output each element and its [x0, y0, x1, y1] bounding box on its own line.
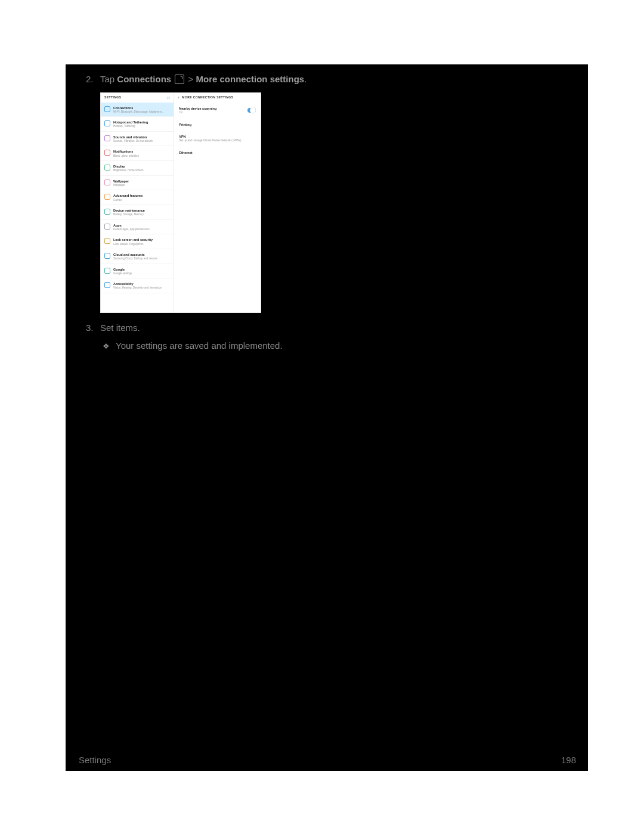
detail-item: Ethernet — [174, 147, 261, 159]
settings-item-title: Display — [113, 164, 144, 169]
connections-icon — [175, 75, 184, 84]
back-icon: ‹ — [178, 94, 179, 101]
settings-item-icon — [104, 150, 110, 156]
detail-item-title: Nearby device scanning — [179, 106, 216, 111]
settings-screenshot: SETTINGS ⌕ ConnectionsWi-Fi, Bluetooth, … — [100, 92, 261, 313]
settings-item-desc: Battery, Storage, Memory — [113, 213, 145, 216]
result-list: Your settings are saved and implemented. — [116, 339, 574, 353]
settings-item-text: ConnectionsWi-Fi, Bluetooth, Data usage,… — [113, 106, 164, 114]
page-content: Tap Connections > More connection settin… — [66, 64, 588, 353]
settings-item-icon — [104, 253, 110, 259]
settings-item-icon — [104, 238, 110, 244]
settings-item-desc: Samsung Cloud, Backup and restore — [113, 257, 157, 260]
settings-item-desc: Wi-Fi, Bluetooth, Data usage, Airplane m… — [113, 110, 164, 113]
step2-mid: > — [185, 74, 196, 84]
settings-item-title: Connections — [113, 106, 164, 110]
settings-item-title: Cloud and accounts — [113, 252, 157, 257]
left-header-text: SETTINGS — [104, 95, 121, 100]
detail-item-desc: Set up and manage Virtual Private Networ… — [179, 139, 256, 143]
settings-item: Advanced featuresGames — [101, 190, 174, 205]
settings-item-text: Advanced featuresGames — [113, 193, 143, 202]
settings-item: GoogleGoogle settings — [101, 264, 174, 279]
settings-item-icon — [104, 106, 110, 112]
settings-item-desc: Hotspot, Tethering — [113, 125, 148, 128]
detail-item: Nearby device scanningOn — [174, 103, 261, 119]
step2-pre: Tap — [100, 74, 117, 84]
settings-item-desc: Default apps, App permissions — [113, 228, 150, 231]
right-header-text: MORE CONNECTION SETTINGS — [182, 95, 233, 100]
settings-item: Hotspot and TetheringHotspot, Tethering — [101, 117, 174, 132]
settings-item-icon — [104, 268, 110, 274]
settings-item-title: Sounds and vibration — [113, 135, 153, 140]
screenshot-right-header: ‹ MORE CONNECTION SETTINGS — [174, 93, 261, 103]
step-2-text: Tap Connections > More connection settin… — [100, 74, 306, 84]
settings-list: ConnectionsWi-Fi, Bluetooth, Data usage,… — [101, 103, 174, 312]
step-2: Tap Connections > More connection settin… — [100, 73, 574, 313]
step2-bold2: More connection settings — [196, 74, 304, 84]
settings-item-title: Accessibility — [113, 281, 162, 286]
settings-item-title: Google — [113, 267, 132, 272]
right-pane-list: Nearby device scanningOnPrintingVPNSet u… — [174, 103, 261, 159]
screenshot-right-pane: ‹ MORE CONNECTION SETTINGS Nearby device… — [174, 93, 261, 312]
settings-item-desc: Lock screen, Fingerprints — [113, 243, 153, 246]
settings-item-text: Sounds and vibrationSounds, Vibration, D… — [113, 135, 153, 143]
settings-item: Sounds and vibrationSounds, Vibration, D… — [101, 132, 174, 147]
screenshot-left-pane: SETTINGS ⌕ ConnectionsWi-Fi, Bluetooth, … — [101, 93, 174, 312]
step2-bold1: Connections — [117, 74, 171, 84]
screenshot-left-header: SETTINGS ⌕ — [101, 93, 174, 103]
settings-item: DisplayBrightness, Home screen — [101, 161, 174, 176]
settings-item-desc: Block, allow, prioritize — [113, 154, 139, 157]
settings-item-desc: Games — [113, 199, 143, 202]
settings-item-desc: Wallpaper — [113, 184, 129, 187]
settings-item: Lock screen and securityLock screen, Fin… — [101, 234, 174, 249]
settings-item: Device maintenanceBattery, Storage, Memo… — [101, 205, 174, 220]
settings-item-icon — [104, 224, 110, 230]
settings-item-text: GoogleGoogle settings — [113, 267, 132, 275]
settings-item: NotificationsBlock, allow, prioritize — [101, 146, 174, 161]
settings-item-icon — [104, 209, 110, 215]
detail-item: VPNSet up and manage Virtual Private Net… — [174, 131, 261, 147]
footer-page-number: 198 — [561, 755, 576, 765]
settings-item-title: Notifications — [113, 149, 139, 154]
settings-item-title: Advanced features — [113, 193, 143, 198]
settings-item-icon — [104, 282, 110, 288]
detail-item-title: VPN — [179, 134, 256, 139]
settings-item-text: AppsDefault apps, App permissions — [113, 223, 150, 231]
settings-item-icon — [104, 179, 110, 185]
settings-item-title: Wallpaper — [113, 179, 129, 184]
settings-item-desc: Google settings — [113, 272, 132, 275]
settings-item: AccessibilityVision, Hearing, Dexterity … — [101, 278, 174, 293]
settings-item: AppsDefault apps, App permissions — [101, 220, 174, 235]
settings-item-icon — [104, 120, 110, 126]
settings-item-text: DisplayBrightness, Home screen — [113, 164, 144, 172]
settings-item-title: Apps — [113, 223, 150, 228]
page-footer: Settings 198 — [79, 755, 576, 765]
step2-post: . — [304, 74, 306, 84]
settings-item-title: Device maintenance — [113, 208, 145, 213]
detail-item-title: Printing — [179, 122, 256, 127]
step-3-text: Set items. — [100, 323, 140, 333]
step-list: Tap Connections > More connection settin… — [100, 73, 574, 353]
settings-item-title: Lock screen and security — [113, 237, 153, 242]
detail-item-desc: On — [179, 111, 216, 115]
detail-item-title: Ethernet — [179, 150, 256, 155]
settings-item-text: Lock screen and securityLock screen, Fin… — [113, 237, 153, 246]
settings-item: Cloud and accountsSamsung Cloud, Backup … — [101, 249, 174, 264]
settings-item-text: Cloud and accountsSamsung Cloud, Backup … — [113, 252, 157, 261]
settings-item-desc: Sounds, Vibration, Do not disturb — [113, 140, 153, 143]
result-bullet: Your settings are saved and implemented. — [116, 339, 574, 353]
settings-item: WallpaperWallpaper — [101, 176, 174, 191]
settings-item-text: WallpaperWallpaper — [113, 179, 129, 187]
step-3: Set items. Your settings are saved and i… — [100, 321, 574, 353]
settings-item-text: Device maintenanceBattery, Storage, Memo… — [113, 208, 145, 216]
settings-item-text: AccessibilityVision, Hearing, Dexterity … — [113, 281, 162, 290]
settings-item-icon — [104, 194, 110, 200]
settings-item-text: NotificationsBlock, allow, prioritize — [113, 149, 139, 157]
settings-item-icon — [104, 165, 110, 171]
settings-item-desc: Brightness, Home screen — [113, 169, 144, 172]
search-icon: ⌕ — [167, 94, 170, 102]
settings-item-icon — [104, 135, 110, 141]
detail-item: Printing — [174, 119, 261, 131]
settings-item-title: Hotspot and Tethering — [113, 120, 148, 125]
manual-page: Tap Connections > More connection settin… — [66, 64, 588, 771]
